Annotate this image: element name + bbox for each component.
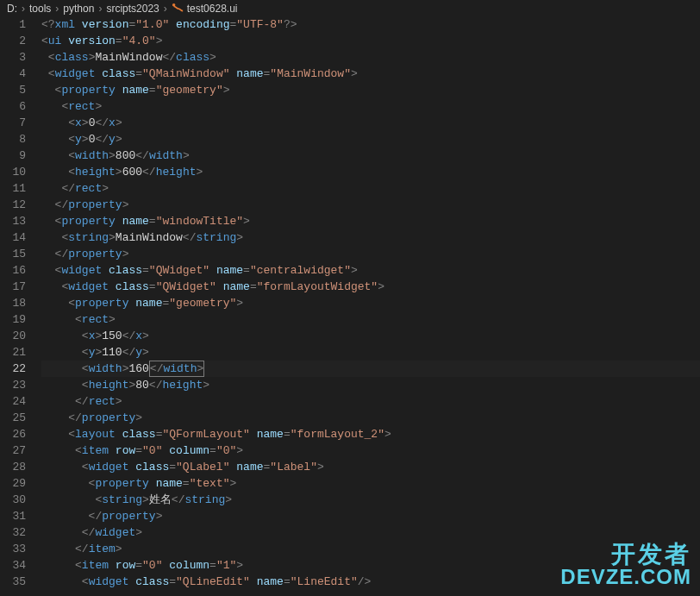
- line-number[interactable]: 12: [0, 197, 26, 213]
- line-number[interactable]: 3: [0, 49, 26, 66]
- breadcrumb-item[interactable]: python: [63, 3, 94, 15]
- breadcrumb-item[interactable]: tools: [29, 3, 51, 15]
- line-number[interactable]: 29: [0, 475, 26, 492]
- line-number[interactable]: 18: [0, 295, 26, 311]
- code-line[interactable]: <width>160</width>: [41, 361, 700, 377]
- code-line[interactable]: <widget class="QWidget" name="formLayout…: [41, 279, 700, 295]
- line-number[interactable]: 35: [0, 574, 26, 590]
- code-line[interactable]: <item row="0" column="0">: [41, 442, 700, 459]
- line-number[interactable]: 30: [0, 492, 26, 508]
- line-number[interactable]: 15: [0, 246, 26, 262]
- code-line[interactable]: <ui version="4.0">: [41, 33, 700, 49]
- code-line[interactable]: <widget class="QLabel" name="Label">: [41, 459, 700, 475]
- line-number[interactable]: 32: [0, 524, 26, 541]
- line-number[interactable]: 33: [0, 541, 26, 557]
- line-number[interactable]: 22: [0, 361, 26, 377]
- code-line[interactable]: <property name="windowTitle">: [41, 213, 700, 229]
- code-line[interactable]: <?xml version="1.0" encoding="UTF-8"?>: [41, 16, 700, 33]
- line-number[interactable]: 34: [0, 557, 26, 574]
- code-line[interactable]: <widget class="QWidget" name="centralwid…: [41, 262, 700, 279]
- line-number[interactable]: 23: [0, 377, 26, 393]
- line-number[interactable]: 2: [0, 33, 26, 49]
- line-number[interactable]: 4: [0, 66, 26, 82]
- line-number[interactable]: 20: [0, 328, 26, 344]
- code-line[interactable]: <class>MainWindow</class>: [41, 49, 700, 66]
- line-number[interactable]: 19: [0, 311, 26, 328]
- code-line[interactable]: <x>0</x>: [41, 115, 700, 131]
- code-line[interactable]: <rect>: [41, 98, 700, 115]
- line-number[interactable]: 16: [0, 262, 26, 279]
- code-line[interactable]: </widget>: [41, 524, 700, 541]
- code-line[interactable]: <string>MainWindow</string>: [41, 229, 700, 246]
- code-editor[interactable]: 1234567891011121314151617181920212223242…: [0, 16, 700, 596]
- code-line[interactable]: </property>: [41, 197, 700, 213]
- code-line[interactable]: <y>110</y>: [41, 344, 700, 361]
- code-line[interactable]: <property name="geometry">: [41, 82, 700, 98]
- code-line[interactable]: <rect>: [41, 311, 700, 328]
- code-line[interactable]: </rect>: [41, 180, 700, 197]
- line-number[interactable]: 1: [0, 16, 26, 33]
- chevron-right-icon: ›: [55, 3, 59, 15]
- chevron-right-icon: ›: [164, 3, 167, 15]
- code-line[interactable]: <widget class="QMainWindow" name="MainWi…: [41, 66, 700, 82]
- code-line[interactable]: <x>150</x>: [41, 328, 700, 344]
- line-number[interactable]: 17: [0, 279, 26, 295]
- line-number[interactable]: 31: [0, 508, 26, 524]
- line-number-gutter[interactable]: 1234567891011121314151617181920212223242…: [0, 16, 41, 596]
- line-number[interactable]: 13: [0, 213, 26, 229]
- line-number[interactable]: 25: [0, 410, 26, 426]
- line-number[interactable]: 27: [0, 442, 26, 459]
- code-line[interactable]: </property>: [41, 410, 700, 426]
- line-number[interactable]: 11: [0, 180, 26, 197]
- file-icon: [172, 3, 184, 15]
- code-line[interactable]: <layout class="QFormLayout" name="formLa…: [41, 426, 700, 442]
- line-number[interactable]: 28: [0, 459, 26, 475]
- code-content[interactable]: <?xml version="1.0" encoding="UTF-8"?><u…: [41, 16, 700, 596]
- breadcrumb-item[interactable]: D:: [7, 3, 17, 15]
- chevron-right-icon: ›: [22, 3, 25, 15]
- line-number[interactable]: 5: [0, 82, 26, 98]
- chevron-right-icon: ›: [98, 3, 102, 15]
- line-number[interactable]: 21: [0, 344, 26, 361]
- code-line[interactable]: <widget class="QLineEdit" name="LineEdit…: [41, 574, 700, 590]
- line-number[interactable]: 9: [0, 147, 26, 164]
- code-line[interactable]: <width>800</width>: [41, 147, 700, 164]
- code-line[interactable]: <y>0</y>: [41, 131, 700, 147]
- line-number[interactable]: 24: [0, 393, 26, 410]
- line-number[interactable]: 10: [0, 164, 26, 180]
- code-line[interactable]: </item>: [41, 541, 700, 557]
- code-line[interactable]: <item row="0" column="1">: [41, 557, 700, 574]
- line-number[interactable]: 7: [0, 115, 26, 131]
- code-line[interactable]: <height>80</height>: [41, 377, 700, 393]
- line-number[interactable]: 14: [0, 229, 26, 246]
- line-number[interactable]: 6: [0, 98, 26, 115]
- code-line[interactable]: <property name="text">: [41, 475, 700, 492]
- code-line[interactable]: </property>: [41, 508, 700, 524]
- line-number[interactable]: 26: [0, 426, 26, 442]
- line-number[interactable]: 8: [0, 131, 26, 147]
- code-line[interactable]: <property name="geometry">: [41, 295, 700, 311]
- breadcrumb-item[interactable]: srcipts2023: [106, 3, 159, 15]
- code-line[interactable]: <string>姓名</string>: [41, 492, 700, 508]
- breadcrumb-item[interactable]: test0628.ui: [187, 3, 238, 15]
- code-line[interactable]: </rect>: [41, 393, 700, 410]
- code-line[interactable]: </property>: [41, 246, 700, 262]
- breadcrumb[interactable]: D: › tools › python › srcipts2023 › test…: [0, 0, 700, 16]
- code-line[interactable]: <height>600</height>: [41, 164, 700, 180]
